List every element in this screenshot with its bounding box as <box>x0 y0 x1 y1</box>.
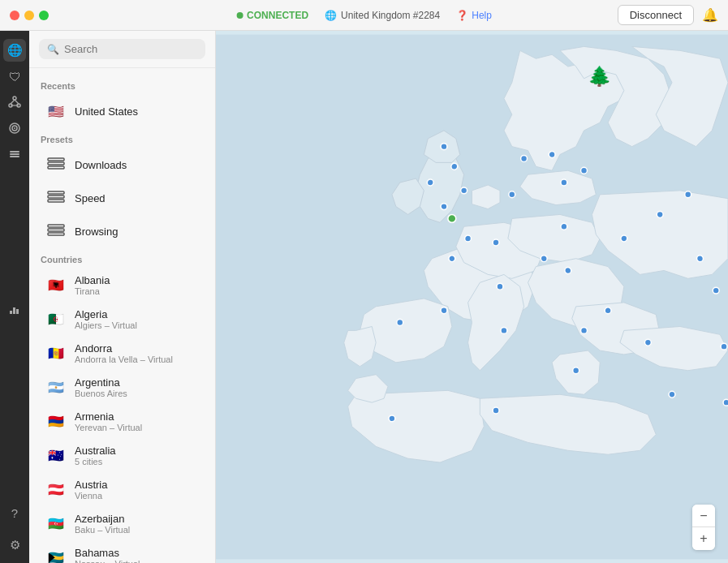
speed-icon <box>45 187 67 208</box>
server-dot[interactable] <box>541 256 547 262</box>
nav-shield[interactable]: 🛡 <box>3 65 26 88</box>
server-dot[interactable] <box>509 191 515 198</box>
us-text: United States <box>75 105 138 118</box>
globe-icon: 🌐 <box>325 10 337 21</box>
svg-rect-17 <box>48 166 64 169</box>
server-dot[interactable] <box>723 399 728 406</box>
server-dot[interactable] <box>561 179 567 186</box>
server-dot[interactable] <box>669 391 675 398</box>
server-dot[interactable] <box>721 343 727 350</box>
country-austria[interactable]: 🇦🇹 Austria Vienna <box>34 473 210 506</box>
bahamas-sub: Nassau – Virtual <box>75 559 140 563</box>
server-dot[interactable] <box>521 155 528 161</box>
server-dot[interactable] <box>573 367 579 374</box>
tree-icon: 🌲 <box>588 65 612 88</box>
preset-speed[interactable]: Speed <box>34 182 210 214</box>
svg-rect-19 <box>48 196 64 198</box>
preset-downloads[interactable]: Downloads <box>34 148 210 181</box>
server-dot[interactable] <box>621 235 627 242</box>
nav-globe[interactable]: 🌐 <box>3 39 26 62</box>
azerbaijan-flag: 🇦🇿 <box>45 514 67 535</box>
server-dot[interactable] <box>501 327 507 333</box>
server-dot[interactable] <box>441 144 447 150</box>
country-australia[interactable]: 🇦🇺 Australia 5 cities <box>34 439 210 472</box>
disconnect-button[interactable]: Disconnect <box>618 5 694 25</box>
browsing-label: Browsing <box>75 226 118 238</box>
server-dot[interactable] <box>561 223 567 230</box>
server-dot[interactable] <box>497 283 503 290</box>
recent-us[interactable]: 🇺🇸 United States <box>34 95 210 127</box>
server-dot[interactable] <box>657 212 663 218</box>
country-albania[interactable]: 🇦🇱 Albania Tirana <box>34 269 210 302</box>
server-dot[interactable] <box>493 407 499 414</box>
server-dot[interactable] <box>451 163 458 170</box>
map-area[interactable]: 🌲 <box>216 31 728 563</box>
preset-browsing[interactable]: Browsing <box>34 215 210 247</box>
svg-rect-16 <box>48 162 64 165</box>
server-dot[interactable] <box>697 256 704 262</box>
server-dot[interactable] <box>461 187 467 194</box>
server-dot[interactable] <box>441 204 447 210</box>
austria-name: Austria <box>75 479 107 491</box>
andorra-flag: 🇦🇩 <box>45 343 67 364</box>
server-dot[interactable] <box>449 256 455 262</box>
server-dot[interactable] <box>565 268 571 274</box>
nav-target[interactable] <box>3 117 26 140</box>
austria-sub: Vienna <box>75 491 107 501</box>
help-button[interactable]: ❓ Help <box>456 10 492 21</box>
server-dot[interactable] <box>397 320 403 326</box>
server-dot[interactable] <box>713 287 719 294</box>
server-dot[interactable] <box>441 307 447 314</box>
country-azerbaijan[interactable]: 🇦🇿 Azerbaijan Baku – Virtual <box>34 507 210 540</box>
fullscreen-button[interactable] <box>39 11 49 20</box>
search-input[interactable] <box>64 43 197 55</box>
countries-label: Countries <box>29 248 215 268</box>
country-argentina[interactable]: 🇦🇷 Argentina Buenos Aires <box>34 371 210 404</box>
map-svg: 🌲 <box>216 31 728 563</box>
minimize-button[interactable] <box>24 11 34 20</box>
nav-layers[interactable] <box>3 143 26 165</box>
downloads-label: Downloads <box>75 159 127 171</box>
connected-badge: CONNECTED <box>236 10 308 21</box>
close-button[interactable] <box>10 11 19 20</box>
server-dot[interactable] <box>605 307 611 314</box>
nav-stats[interactable] <box>3 298 26 320</box>
active-server-dot[interactable] <box>448 214 456 222</box>
server-dot[interactable] <box>389 415 395 422</box>
svg-point-8 <box>14 127 15 129</box>
country-armenia[interactable]: 🇦🇲 Armenia Yerevan – Virtual <box>34 405 210 438</box>
svg-rect-12 <box>10 311 12 314</box>
server-dot[interactable] <box>581 167 588 174</box>
server-dot[interactable] <box>427 179 433 186</box>
nav-support[interactable]: ? <box>3 501 26 524</box>
server-dot[interactable] <box>465 235 472 242</box>
us-name: United States <box>75 105 138 118</box>
bahamas-name: Bahamas <box>75 547 140 559</box>
svg-rect-9 <box>10 151 19 153</box>
azerbaijan-sub: Baku – Virtual <box>75 525 130 535</box>
svg-rect-20 <box>48 200 64 202</box>
server-dot[interactable] <box>549 152 555 158</box>
notification-bell-icon[interactable]: 🔔 <box>702 7 718 23</box>
country-bahamas[interactable]: 🇧🇸 Bahamas Nassau – Virtual <box>34 541 210 563</box>
country-algeria[interactable]: 🇩🇿 Algeria Algiers – Virtual <box>34 303 210 336</box>
titlebar: CONNECTED 🌐 United Kingdom #2284 ❓ Help … <box>0 0 728 31</box>
icon-rail: 🌐 🛡 <box>0 31 29 563</box>
server-dot[interactable] <box>685 191 691 198</box>
nav-settings[interactable]: ⚙ <box>3 534 26 557</box>
server-dot[interactable] <box>644 339 651 346</box>
server-dot[interactable] <box>493 239 499 246</box>
server-dot[interactable] <box>581 327 588 333</box>
traffic-lights <box>10 11 49 20</box>
svg-rect-11 <box>10 156 19 157</box>
bahamas-flag: 🇧🇸 <box>45 548 67 564</box>
armenia-name: Armenia <box>75 410 142 423</box>
country-andorra[interactable]: 🇦🇩 Andorra Andorra la Vella – Virtual <box>34 337 210 370</box>
andorra-name: Andorra <box>75 342 173 355</box>
zoom-out-button[interactable]: − <box>692 505 715 527</box>
svg-point-0 <box>13 97 16 100</box>
zoom-in-button[interactable]: + <box>692 527 715 550</box>
search-bar: 🔍 <box>29 31 215 68</box>
svg-rect-18 <box>48 191 64 194</box>
nav-mesh[interactable] <box>3 91 26 114</box>
